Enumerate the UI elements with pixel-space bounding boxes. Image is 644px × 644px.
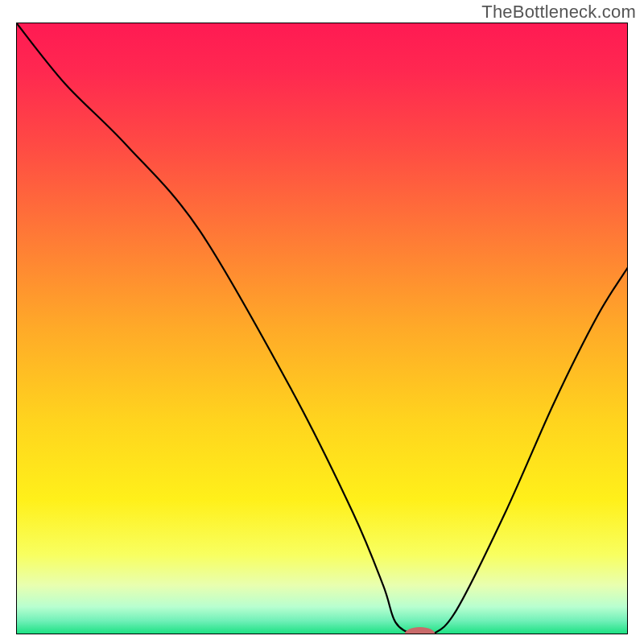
chart-container: TheBottleneck.com	[0, 0, 644, 644]
plot-area	[16, 23, 628, 634]
watermark-text: TheBottleneck.com	[481, 2, 636, 23]
chart-svg	[16, 23, 628, 634]
gradient-background	[16, 23, 628, 634]
